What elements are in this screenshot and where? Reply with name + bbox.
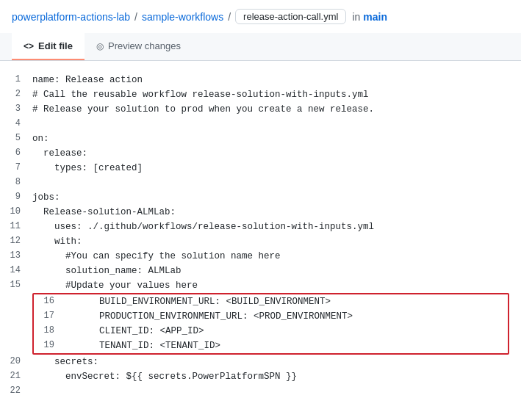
code-line: 15 #Update your values here — [0, 278, 521, 293]
code-line: 2 # Call the reusable workflow release-s… — [0, 87, 521, 102]
branch-link[interactable]: main — [363, 11, 387, 23]
line-content: # Release your solution to prod when you… — [32, 102, 521, 117]
line-num: 11 — [0, 220, 32, 233]
line-num: 8 — [0, 175, 32, 189]
code-line: 9 jobs: — [0, 190, 521, 205]
line-content: secrets: — [32, 355, 521, 369]
tab-preview-label: Preview changes — [108, 40, 181, 51]
line-num: 5 — [0, 131, 32, 145]
line-content: types: [created] — [32, 161, 521, 175]
line-num: 6 — [0, 146, 32, 160]
branch-prefix: in — [352, 11, 360, 23]
tab-edit-label: Edit file — [38, 40, 73, 51]
code-line: 8 — [0, 175, 521, 190]
code-line: 21 envSecret: ${{ secrets.PowerPlatformS… — [0, 369, 521, 384]
line-content: solution_name: ALMLab — [32, 264, 521, 278]
line-content: #Update your values here — [32, 278, 521, 293]
file-name: release-action-call.yml — [235, 9, 346, 24]
code-line: 3 # Release your solution to prod when y… — [0, 102, 521, 117]
line-num: 17 — [34, 309, 66, 323]
tab-edit[interactable]: <> Edit file — [12, 33, 85, 60]
line-num: 2 — [0, 87, 32, 101]
line-num: 15 — [0, 278, 32, 292]
code-line: 12 with: — [0, 234, 521, 249]
highlighted-line: 19 TENANT_ID: <TENANT_ID> — [34, 338, 508, 353]
line-content: #You can specify the solution name here — [32, 249, 521, 264]
line-content: Release-solution-ALMLab: — [32, 205, 521, 220]
tab-preview[interactable]: ◎ Preview changes — [85, 33, 193, 60]
line-content: on: — [32, 131, 521, 146]
code-line: 13 #You can specify the solution name he… — [0, 249, 521, 264]
preview-icon: ◎ — [96, 41, 104, 51]
highlighted-line: 16 BUILD_ENVIRONMENT_URL: <BUILD_ENVIRON… — [34, 294, 508, 309]
line-num: 19 — [34, 338, 66, 352]
highlighted-line-content: PRODUCTION_ENVIRONMENT_URL: <PROD_ENVIRO… — [66, 309, 508, 324]
line-num: 22 — [0, 384, 32, 398]
line-num: 12 — [0, 234, 32, 248]
line-num: 10 — [0, 205, 32, 219]
line-content: uses: ./.github/workflows/release-soluti… — [32, 220, 521, 234]
header: powerplatform-actions-lab / sample-workf… — [0, 0, 521, 33]
line-num: 1 — [0, 73, 32, 87]
line-num: 7 — [0, 161, 32, 175]
highlighted-line: 17 PRODUCTION_ENVIRONMENT_URL: <PROD_ENV… — [34, 309, 508, 324]
highlighted-line-content: BUILD_ENVIRONMENT_URL: <BUILD_ENVIRONMEN… — [66, 294, 508, 309]
line-content: name: Release action — [32, 73, 521, 87]
sep2: / — [228, 11, 231, 23]
line-num: 16 — [34, 294, 66, 308]
line-num: 13 — [0, 249, 32, 263]
highlighted-line: 18 CLIENT_ID: <APP_ID> — [34, 324, 508, 338]
line-content: # Call the reusable workflow release-sol… — [32, 87, 521, 102]
code-line: 10 Release-solution-ALMLab: — [0, 205, 521, 220]
line-num: 20 — [0, 355, 32, 369]
code-line: 4 — [0, 117, 521, 131]
line-num: 21 — [0, 369, 32, 383]
code-line: 5 on: — [0, 131, 521, 146]
line-num: 14 — [0, 264, 32, 278]
editor-container: 1 name: Release action 2 # Call the reus… — [0, 61, 521, 410]
line-content: release: — [32, 146, 521, 161]
code-line: 14 solution_name: ALMLab — [0, 264, 521, 278]
code-line: 7 types: [created] — [0, 161, 521, 175]
code-line: 1 name: Release action — [0, 73, 521, 87]
edit-icon: <> — [24, 41, 34, 51]
code-line: 22 — [0, 384, 521, 399]
repo-link[interactable]: powerplatform-actions-lab — [12, 11, 130, 23]
code-line: 11 uses: ./.github/workflows/release-sol… — [0, 220, 521, 234]
line-content: envSecret: ${{ secrets.PowerPlatformSPN … — [32, 369, 521, 384]
code-line: 6 release: — [0, 146, 521, 161]
highlighted-line-content: TENANT_ID: <TENANT_ID> — [66, 338, 508, 353]
line-num: 9 — [0, 190, 32, 204]
sep1: / — [134, 11, 137, 23]
tabs-bar: <> Edit file ◎ Preview changes — [0, 33, 521, 61]
line-content: jobs: — [32, 190, 521, 205]
line-num: 4 — [0, 117, 32, 131]
code-line: 20 secrets: — [0, 355, 521, 369]
highlighted-line-content: CLIENT_ID: <APP_ID> — [66, 324, 508, 338]
line-num: 3 — [0, 102, 32, 116]
line-num: 18 — [34, 324, 66, 338]
folder-link[interactable]: sample-workflows — [142, 11, 223, 23]
highlighted-block: 16 BUILD_ENVIRONMENT_URL: <BUILD_ENVIRON… — [32, 293, 509, 355]
line-content: with: — [32, 234, 521, 249]
